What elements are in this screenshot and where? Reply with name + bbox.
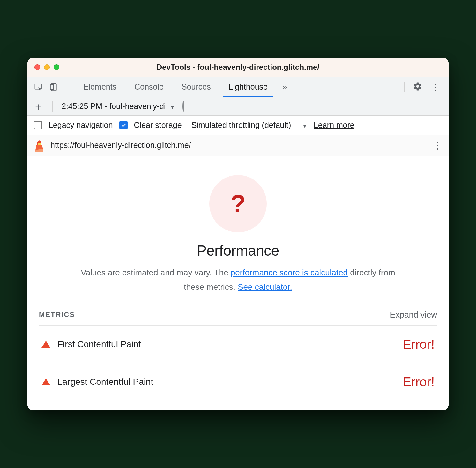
tab-lighthouse[interactable]: Lighthouse [220, 77, 277, 97]
tab-console[interactable]: Console [125, 77, 173, 97]
metric-value: Error! [403, 337, 435, 352]
titlebar: DevTools - foul-heavenly-direction.glitc… [27, 58, 449, 77]
dropdown-caret-icon: ▼ [302, 123, 307, 129]
window-minimize-button[interactable] [44, 64, 50, 70]
window-zoom-button[interactable] [54, 64, 59, 70]
metric-name: Largest Contentful Paint [57, 377, 153, 387]
error-triangle-icon [41, 378, 50, 385]
tabs-bar: Elements Console Sources Lighthouse » ⋮ [27, 77, 449, 97]
performance-heading: Performance [39, 242, 437, 259]
lighthouse-toolbar: ＋ 2:45:25 PM - foul-heavenly-di ▼ [27, 97, 449, 116]
divider [68, 82, 68, 92]
traffic-lights [34, 64, 59, 70]
window-close-button[interactable] [34, 64, 40, 70]
metrics-header: METRICS Expand view [39, 310, 437, 326]
panel-tabs: Elements Console Sources Lighthouse » [74, 77, 293, 97]
new-report-button[interactable]: ＋ [33, 101, 43, 112]
window-title: DevTools - foul-heavenly-direction.glitc… [63, 63, 442, 72]
dropdown-caret-icon: ▼ [170, 105, 175, 110]
performance-description: Values are estimated and may vary. The p… [78, 266, 398, 294]
clear-storage-checkbox[interactable] [119, 121, 128, 129]
report-url: https://foul-heavenly-direction.glitch.m… [50, 141, 191, 150]
svg-rect-6 [38, 143, 41, 145]
chevron-double-right-icon: » [282, 82, 287, 92]
more-tabs-button[interactable]: » [277, 77, 293, 97]
svg-rect-2 [50, 84, 54, 89]
metric-row: Largest Contentful Paint Error! [39, 363, 437, 401]
tab-sources[interactable]: Sources [173, 77, 220, 97]
tab-elements[interactable]: Elements [74, 77, 125, 97]
legacy-navigation-checkbox[interactable] [34, 121, 42, 129]
metric-row: First Contentful Paint Error! [39, 326, 437, 363]
clear-storage-label: Clear storage [134, 121, 182, 130]
divider [404, 82, 405, 92]
error-triangle-icon [41, 341, 50, 348]
metric-value: Error! [403, 375, 435, 389]
report-url-bar: https://foul-heavenly-direction.glitch.m… [27, 135, 449, 156]
legacy-navigation-label: Legacy navigation [48, 121, 113, 130]
expand-view-toggle[interactable]: Expand view [390, 310, 437, 320]
score-symbol: ? [230, 189, 246, 218]
score-calc-link[interactable]: performance score is calculated [231, 268, 348, 277]
learn-more-link[interactable]: Learn more [314, 121, 354, 130]
divider [52, 101, 53, 112]
clear-icon [182, 101, 184, 112]
performance-score-badge: ? [209, 175, 267, 232]
inspect-element-icon[interactable] [34, 82, 43, 92]
lighthouse-report: ? Performance Values are estimated and m… [27, 156, 449, 410]
metric-name: First Contentful Paint [57, 339, 141, 349]
clear-all-button[interactable] [182, 102, 184, 111]
throttling-dropdown[interactable]: Simulated throttling (default) ▼ [191, 121, 307, 130]
see-calculator-link[interactable]: See calculator. [238, 282, 292, 292]
metrics-label: METRICS [39, 311, 75, 319]
settings-gear-icon[interactable] [413, 82, 422, 92]
svg-marker-7 [37, 140, 42, 142]
lighthouse-options-bar: Legacy navigation Clear storage Simulate… [27, 116, 449, 135]
report-dropdown[interactable]: 2:45:25 PM - foul-heavenly-di ▼ [62, 102, 175, 111]
lighthouse-logo-icon [34, 139, 45, 152]
more-options-icon[interactable]: ⋮ [431, 82, 440, 92]
devtools-window: DevTools - foul-heavenly-direction.glitc… [27, 58, 449, 410]
report-menu-button[interactable]: ⋮ [433, 140, 442, 151]
device-toolbar-icon[interactable] [49, 82, 59, 92]
